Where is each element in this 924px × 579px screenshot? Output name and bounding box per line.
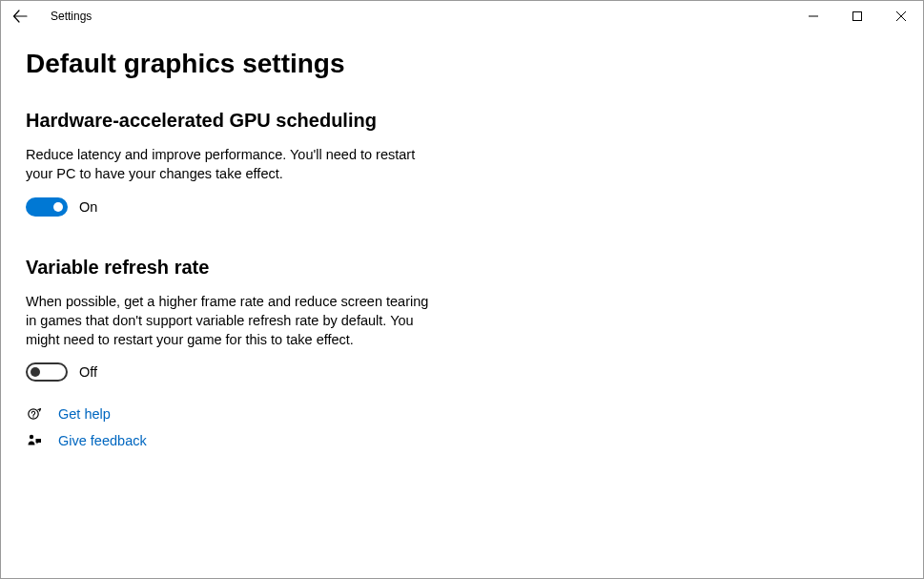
window-title: Settings	[51, 10, 92, 23]
toggle-thumb	[31, 367, 40, 377]
vrr-description: When possible, get a higher frame rate a…	[26, 292, 436, 350]
maximize-button[interactable]	[835, 1, 879, 31]
help-links: Get help Give feedback	[26, 406, 898, 448]
page-title: Default graphics settings	[26, 49, 898, 79]
minimize-icon	[809, 11, 818, 21]
vrr-toggle[interactable]	[26, 362, 68, 382]
content-area: Default graphics settings Hardware-accel…	[1, 31, 923, 448]
gpu-scheduling-toggle-row: On	[26, 197, 898, 217]
help-icon	[26, 406, 43, 422]
svg-point-2	[32, 417, 33, 418]
svg-rect-0	[853, 12, 862, 21]
vrr-toggle-row: Off	[26, 362, 898, 382]
titlebar-left: Settings	[9, 5, 92, 28]
vrr-heading: Variable refresh rate	[26, 257, 898, 279]
gpu-scheduling-toggle-label: On	[79, 199, 97, 215]
minimize-button[interactable]	[791, 1, 835, 31]
feedback-icon	[26, 433, 43, 448]
close-icon	[896, 11, 906, 21]
titlebar: Settings	[1, 1, 923, 31]
gpu-scheduling-toggle[interactable]	[26, 197, 68, 217]
svg-point-3	[30, 435, 33, 439]
back-arrow-icon	[12, 9, 28, 24]
close-button[interactable]	[879, 1, 923, 31]
give-feedback-row: Give feedback	[26, 433, 898, 448]
back-button[interactable]	[9, 5, 31, 28]
toggle-thumb	[53, 202, 63, 212]
vrr-toggle-label: Off	[79, 364, 97, 380]
window-controls	[791, 1, 923, 31]
get-help-row: Get help	[26, 406, 898, 422]
give-feedback-link[interactable]: Give feedback	[58, 433, 147, 448]
gpu-scheduling-heading: Hardware-accelerated GPU scheduling	[26, 110, 898, 132]
get-help-link[interactable]: Get help	[58, 406, 111, 422]
maximize-icon	[852, 11, 862, 21]
gpu-scheduling-description: Reduce latency and improve performance. …	[26, 145, 436, 184]
